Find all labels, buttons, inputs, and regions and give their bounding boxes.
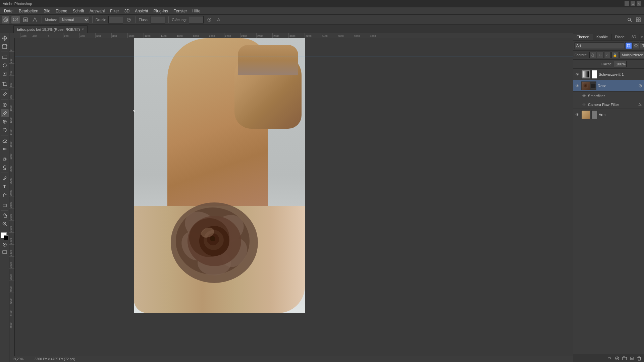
menu-bild[interactable]: Bild: [41, 8, 53, 14]
app-title: Adobe Photoshop: [3, 2, 32, 6]
layer-camera-raw[interactable]: 👁 Camera Raw-Filter: [573, 100, 644, 109]
color-swatches[interactable]: [1, 232, 9, 240]
group-btn[interactable]: [621, 355, 628, 362]
tab-ebenen[interactable]: Ebenen: [573, 34, 593, 40]
glaettung-input[interactable]: 0%: [189, 16, 204, 23]
eyedropper-btn[interactable]: [1, 90, 9, 99]
layer-vis-rose[interactable]: 👁: [575, 83, 580, 88]
panel-tabs: Ebenen Kanäle Pfade 3D »: [573, 33, 644, 41]
blur-btn[interactable]: [1, 155, 9, 163]
lasso-tool-btn[interactable]: [1, 61, 9, 69]
panel-collapse-btn[interactable]: »: [640, 34, 644, 40]
blend-mode-select[interactable]: Multiplizieren Normal Überlagern: [620, 52, 644, 58]
modus-select[interactable]: Normal Multiplizieren Überlagern: [59, 16, 89, 23]
history-brush-btn[interactable]: [1, 126, 9, 134]
text-btn[interactable]: T: [1, 182, 9, 190]
pressure-btn[interactable]: [215, 16, 222, 23]
eraser-btn[interactable]: [1, 136, 9, 144]
ruler-v-tick: 1400: [9, 124, 14, 136]
panel-content: T ⊘ Foerern:: [573, 41, 644, 362]
move-tool-btn[interactable]: [1, 34, 9, 42]
ruler-tick: 2400: [240, 33, 256, 38]
glaettung-settings[interactable]: [206, 16, 213, 23]
layer-schwarzweiss[interactable]: 👁 Schwarzweiß 1: [573, 69, 644, 80]
crop-tool-btn[interactable]: [1, 80, 9, 88]
clone-btn[interactable]: [1, 118, 9, 126]
ruler-tick: 1000: [127, 33, 144, 38]
ruler-v-tick: 2400: [9, 184, 14, 196]
document-tab[interactable]: tattoo.psdc bei 19,2% (Rose, RGB/8#) ×: [13, 25, 88, 33]
layer-smartfilter[interactable]: 👁 Smartfilter: [573, 92, 644, 100]
menu-ansicht[interactable]: Ansicht: [132, 8, 151, 14]
pen-btn[interactable]: [1, 174, 9, 182]
menu-3d[interactable]: 3D: [122, 8, 132, 14]
new-layer-btn[interactable]: [629, 355, 635, 362]
artboard-tool-btn[interactable]: [1, 43, 9, 51]
quick-mask-btn[interactable]: [1, 241, 8, 248]
type-filter-btn[interactable]: T: [640, 42, 644, 49]
fluss-input[interactable]: 100%: [151, 16, 165, 23]
search-icon-top[interactable]: [626, 16, 633, 23]
layer-vis-smartfilter[interactable]: 👁: [581, 93, 587, 99]
foreground-color[interactable]: [1, 232, 7, 238]
lock-all-btn[interactable]: 🔒: [611, 52, 618, 58]
marquee-tool-btn[interactable]: [1, 53, 9, 61]
gradient-btn[interactable]: [1, 145, 9, 153]
lock-transparent-btn[interactable]: [589, 52, 596, 58]
menu-schrift[interactable]: Schrift: [70, 8, 87, 14]
layer-name-camera-raw: Camera Raw-Filter: [588, 103, 637, 107]
close-button[interactable]: ✕: [637, 1, 641, 6]
menu-hilfe[interactable]: Hilfe: [190, 8, 203, 14]
healing-btn[interactable]: [1, 101, 9, 109]
fx-btn[interactable]: fx: [606, 355, 613, 362]
hand-btn[interactable]: [1, 212, 9, 220]
ruler-v-tick: 3600: [9, 257, 14, 269]
object-select-btn[interactable]: [1, 70, 9, 78]
menu-filter[interactable]: Filter: [107, 8, 122, 14]
delete-layer-btn[interactable]: [636, 355, 643, 362]
menu-plugins[interactable]: Plug-ins: [151, 8, 171, 14]
svg-point-62: [599, 54, 600, 55]
layer-name-rose: Rose: [598, 84, 637, 88]
fill-input[interactable]: [614, 61, 627, 67]
adjust-filter-btn[interactable]: [633, 42, 639, 49]
ruler-tick: 1600: [176, 33, 192, 38]
menu-fenster[interactable]: Fenster: [171, 8, 190, 14]
zoom-level: 19,25%: [12, 357, 23, 361]
tab-pfade[interactable]: Pfade: [611, 34, 628, 40]
tab-close-btn[interactable]: ×: [82, 27, 84, 31]
path-select-btn[interactable]: [1, 191, 9, 199]
minimize-button[interactable]: –: [625, 1, 629, 6]
arrange-icon[interactable]: [635, 16, 642, 23]
zoom-btn[interactable]: [1, 220, 9, 228]
adjustment-btn[interactable]: [614, 355, 621, 362]
brush-tool-btn[interactable]: [1, 109, 9, 117]
tab-3d[interactable]: 3D: [628, 34, 640, 40]
brush-toggle-2[interactable]: [31, 16, 39, 23]
background-color[interactable]: [4, 235, 8, 240]
dodge-btn[interactable]: [1, 164, 9, 172]
menu-datei[interactable]: Datei: [1, 8, 16, 14]
layer-rose[interactable]: 👁 Rose: [573, 80, 644, 92]
ruler-v-tick: 2000: [9, 160, 14, 172]
shape-btn[interactable]: [1, 201, 9, 209]
svg-point-66: [585, 85, 586, 86]
layer-vis-arm[interactable]: 👁: [575, 112, 580, 117]
menu-ebene[interactable]: Ebene: [53, 8, 70, 14]
pixel-filter-btn[interactable]: [625, 42, 632, 49]
layer-vis-schwarzweiss[interactable]: 👁: [575, 72, 580, 77]
screen-mode-btn[interactable]: [1, 249, 8, 255]
layer-arm[interactable]: 👁 Arm: [573, 109, 644, 120]
lock-image-btn[interactable]: [597, 52, 603, 58]
menu-auswahl[interactable]: Auswahl: [87, 8, 107, 14]
layers-search-input[interactable]: [575, 42, 624, 49]
brush-toggle-1[interactable]: [22, 16, 29, 23]
maximize-button[interactable]: □: [631, 1, 635, 6]
svg-rect-3: [24, 19, 26, 21]
tab-kanaele[interactable]: Kanäle: [593, 34, 611, 40]
menu-bearbeiten[interactable]: Bearbeiten: [16, 8, 41, 14]
canvas-viewport[interactable]: [15, 38, 573, 356]
druck-input[interactable]: 100%: [108, 16, 123, 23]
layer-vis-camera-raw[interactable]: 👁: [581, 102, 587, 107]
lock-position-btn[interactable]: [604, 52, 611, 58]
